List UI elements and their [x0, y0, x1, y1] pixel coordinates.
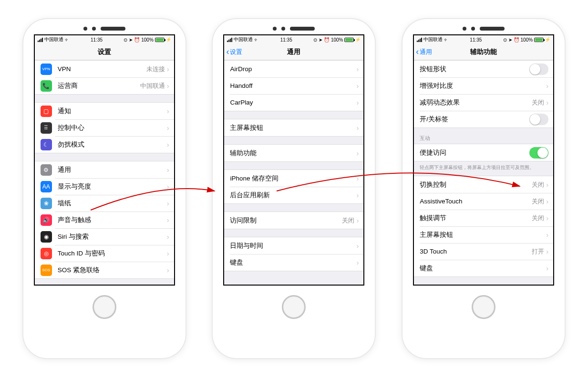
row-label: 访问限制	[230, 216, 342, 225]
speaker-icon	[480, 27, 505, 31]
chevron-right-icon: ›	[167, 107, 169, 115]
row-detail: 未连接	[146, 65, 165, 74]
chevron-right-icon: ›	[546, 247, 548, 255]
row-label: 触摸调节	[420, 214, 532, 223]
row-label: CarPlay	[230, 99, 356, 106]
home-button[interactable]	[93, 295, 116, 319]
settings-row[interactable]: 开/关标签	[414, 111, 553, 127]
row-label: AssistiveTouch	[420, 198, 532, 205]
ic-wallpaper-icon: ❀	[41, 198, 52, 209]
row-label: 后台应用刷新	[230, 191, 356, 200]
charging-icon: ⚡	[166, 37, 171, 42]
ic-siri-icon: ◉	[41, 231, 52, 243]
signal-icon	[417, 38, 422, 42]
row-label: 墙纸	[58, 199, 167, 208]
settings-row[interactable]: ⚙通用›	[35, 161, 174, 178]
settings-row[interactable]: ⠿控制中心›	[35, 119, 174, 136]
row-label: 键盘	[420, 264, 546, 273]
general-list[interactable]: AirDrop›Handoff›CarPlay› 主屏幕按钮› 辅助功能› iP…	[224, 60, 363, 285]
settings-row[interactable]: 3D Touch打开›	[414, 243, 553, 260]
ic-vpn-icon: VPN	[41, 64, 52, 75]
settings-row[interactable]: 后台应用刷新›	[224, 187, 363, 203]
settings-row[interactable]: 📞运营商中国联通›	[35, 77, 174, 94]
accessibility-list[interactable]: 按钮形状增强对比度›减弱动态效果关闭›开/关标签 互动 便捷访问 轻点两下主屏幕…	[414, 60, 553, 285]
settings-row[interactable]: 触摸调节关闭›	[414, 210, 553, 226]
settings-row[interactable]: 按钮形状	[414, 61, 553, 77]
toggle-switch[interactable]	[529, 114, 548, 125]
settings-row[interactable]: 主屏幕按钮›	[414, 226, 553, 243]
settings-list[interactable]: VPNVPN未连接›📞运营商中国联通› ▢通知›⠿控制中心›☾勿扰模式› ⚙通用…	[35, 60, 174, 285]
page-title: 辅助功能	[470, 48, 497, 56]
chevron-right-icon: ›	[167, 216, 169, 224]
row-label: iPhone 储存空间	[230, 174, 356, 183]
location-icon: ➤	[508, 37, 512, 42]
toggle-switch[interactable]	[529, 147, 548, 159]
settings-row[interactable]: VPNVPN未连接›	[35, 61, 174, 77]
row-detail: 中国联通	[140, 82, 165, 90]
settings-row[interactable]: CarPlay›	[224, 94, 363, 111]
settings-row[interactable]: ❀墙纸›	[35, 195, 174, 212]
settings-row[interactable]: 日期与时间›	[224, 237, 363, 254]
row-label: 日期与时间	[230, 242, 356, 250]
chevron-right-icon: ›	[546, 197, 548, 205]
row-detail: 关闭	[532, 180, 544, 189]
row-label: VPN	[58, 65, 146, 73]
settings-row[interactable]: 便捷访问	[414, 144, 553, 161]
screen-accessibility: 中国联通 ᯤ 11:35 ⊙ ➤ ⏰ 100% ⚡ ‹ 通用 辅助功	[413, 34, 554, 286]
row-detail: 关闭	[532, 214, 544, 223]
battery-percent: 100%	[331, 37, 343, 42]
location-icon: ➤	[129, 37, 133, 42]
chevron-right-icon: ›	[356, 242, 359, 250]
settings-row[interactable]: SOSSOS 紧急联络›	[35, 262, 174, 278]
settings-row[interactable]: AA显示与亮度›	[35, 178, 174, 195]
proximity-sensor-icon	[463, 27, 466, 31]
row-label: 主屏幕按钮	[420, 231, 546, 239]
settings-row[interactable]: 辅助功能›	[224, 145, 363, 161]
row-detail: 关闭	[532, 98, 544, 107]
settings-row[interactable]: 键盘›	[414, 260, 553, 276]
settings-row[interactable]: AirDrop›	[224, 61, 363, 77]
footer-note-reachability: 轻点两下主屏幕按钮，将屏幕上方项目拉至可及范围。	[414, 161, 553, 173]
settings-row[interactable]: 键盘›	[224, 254, 363, 271]
settings-row[interactable]: AssistiveTouch关闭›	[414, 193, 553, 210]
wifi-icon: ᯤ	[65, 37, 70, 42]
ic-sos-icon: SOS	[41, 265, 52, 276]
row-label: 控制中心	[58, 124, 167, 132]
chevron-left-icon: ‹	[226, 47, 229, 57]
proximity-sensor-icon	[83, 27, 87, 31]
chevron-right-icon: ›	[356, 174, 359, 182]
settings-row[interactable]: ◉Siri 与搜索›	[35, 228, 174, 245]
settings-row[interactable]: 主屏幕按钮›	[224, 119, 363, 136]
row-label: 勿扰模式	[58, 140, 167, 149]
row-detail: 关闭	[532, 197, 544, 206]
camera-icon	[92, 27, 96, 31]
toggle-switch[interactable]	[529, 64, 548, 75]
settings-row[interactable]: 减弱动态效果关闭›	[414, 94, 553, 111]
chevron-right-icon: ›	[546, 214, 548, 222]
page-title: 通用	[287, 48, 300, 56]
row-label: 开/关标签	[420, 115, 529, 124]
status-bar: 中国联通 ᯤ 11:35 ⊙ ➤ ⏰ 100% ⚡	[414, 35, 553, 44]
settings-row[interactable]: 切换控制关闭›	[414, 176, 553, 193]
row-label: 增强对比度	[420, 82, 546, 90]
row-label: 显示与亮度	[58, 182, 167, 191]
signal-icon	[227, 38, 232, 42]
settings-row[interactable]: 访问限制关闭›	[224, 212, 363, 229]
settings-row[interactable]: 增强对比度›	[414, 77, 553, 94]
home-button[interactable]	[282, 295, 306, 319]
settings-row[interactable]: ◎Touch ID 与密码›	[35, 245, 174, 262]
chevron-right-icon: ›	[167, 182, 169, 191]
settings-row[interactable]: ☾勿扰模式›	[35, 136, 174, 153]
ic-sound-icon: 🔊	[41, 214, 52, 226]
wifi-icon: ᯤ	[254, 37, 259, 42]
settings-row[interactable]: iPhone 储存空间›	[224, 170, 363, 187]
toggle-icon: ⊙	[313, 37, 317, 42]
home-button[interactable]	[472, 295, 495, 319]
navbar-accessibility: ‹ 通用 辅助功能	[414, 44, 553, 60]
back-button[interactable]: ‹ 通用	[416, 44, 432, 60]
settings-row[interactable]: 🔊声音与触感›	[35, 212, 174, 228]
settings-row[interactable]: ▢通知›	[35, 103, 174, 119]
settings-row[interactable]: Handoff›	[224, 77, 363, 94]
alarm-icon: ⏰	[514, 37, 519, 42]
back-button[interactable]: ‹ 设置	[226, 44, 242, 60]
